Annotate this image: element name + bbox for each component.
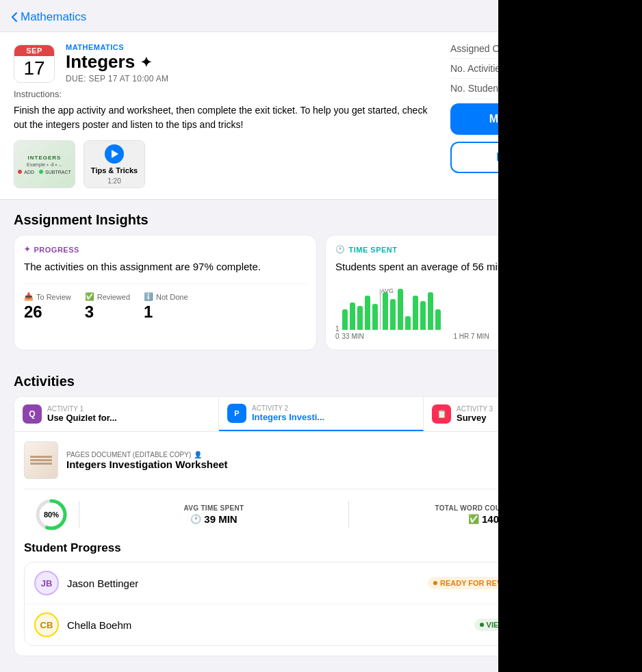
doc-thumb [24,441,58,479]
student-progress-title: Student Progress [24,541,121,555]
not-done-value: 1 [144,302,188,322]
avg-line: AVG [380,289,381,330]
avatar-jb: JB [34,571,59,595]
activity-1-name: Use Quizlet for... [47,413,117,423]
bar-12 [428,292,433,330]
cal-day: 17 [14,56,54,82]
progress-text: The activities on this assignment are 97… [24,259,307,274]
activity-3-info: ACTIVITY 3 Survey [457,405,493,423]
right-black-overlay [498,0,642,672]
poster-attachment[interactable]: INTEGERS Example • -8 • ... ADD SUBTRACT [14,140,75,188]
instructions-label: Instructions: [14,89,437,99]
bar-3 [357,306,363,330]
student-name-jason: Jason Bettinger [67,578,420,589]
avg-label: AVG [381,287,394,294]
video-attachment[interactable]: Tips & Tricks 1:20 [84,140,145,188]
activity-2-info: ACTIVITY 2 Integers Investi... [252,404,324,422]
activity-2-icon: P [227,404,246,423]
reviewed-stat: ✅ Reviewed 3 [85,292,130,322]
video-label: Tips & Tricks [91,166,138,175]
clock-small-icon: 🕐 [190,514,201,524]
avg-time-value: 🕐 39 MIN [190,513,237,525]
avg-time-label: AVG TIME SPENT [184,504,244,512]
progress-circle-icon: ✦ [24,245,31,254]
cal-title-row: SEP 17 MATHEMATICS Integers ✦ DUE: SEP 1… [14,43,437,83]
poster-title: INTEGERS [28,155,62,161]
x-label-2: 1 HR 7 MIN [453,333,489,340]
play-button[interactable] [105,144,124,164]
avatar-cb: CB [34,612,59,637]
badge-dot-orange [433,581,437,585]
bar-6 [383,292,388,330]
bar-10 [413,296,418,330]
bar-5 [372,304,378,330]
reviewed-value: 3 [85,302,130,322]
title-block: MATHEMATICS Integers ✦ DUE: SEP 17 AT 10… [66,43,168,83]
bar-7 [390,299,396,330]
header-left: SEP 17 MATHEMATICS Integers ✦ DUE: SEP 1… [14,43,437,188]
activity-1-icon: Q [23,404,42,424]
back-button[interactable]: Mathematics [11,10,86,24]
info-circle-icon: ℹ️ [144,292,153,301]
poster-sub: Example • -8 • ... [27,162,62,167]
bar-1 [342,309,348,330]
poster-dots: ADD SUBTRACT [18,170,71,175]
cal-month: SEP [14,45,54,56]
play-triangle-icon [112,150,118,158]
to-review-value: 26 [24,302,71,322]
clock-icon: 🕐 [335,245,346,254]
x-label-1: 33 MIN [342,333,364,340]
sparkle-icon: ✦ [140,54,152,70]
badge-dot-green [480,623,484,627]
assignment-title: Integers ✦ [66,51,168,73]
student-name-chella: Chella Boehm [67,619,466,631]
progress-donut: 80% [34,497,68,532]
donut-block: 80% [24,497,79,532]
word-count-value: ✅ 140 [468,513,499,525]
bar-11 [420,301,426,330]
activity-tab-1[interactable]: Q ACTIVITY 1 Use Quizlet for... [14,397,219,431]
video-duration: 1:20 [107,177,120,185]
due-date: DUE: SEP 17 AT 10:00 AM [66,74,168,83]
check-circle-icon: ✅ [85,292,94,301]
nav-left: Mathematics [11,10,86,24]
activity-tab-2[interactable]: P ACTIVITY 2 Integers Investi... [219,397,424,431]
avg-time-block: AVG TIME SPENT 🕐 39 MIN [79,504,348,525]
progress-tag: ✦ PROGRESS [24,245,307,254]
to-review-stat: 📥 To Review 26 [24,292,71,322]
check-circle-small-icon: ✅ [468,514,479,524]
stats-row: 📥 To Review 26 ✅ Reviewed 3 ℹ️ Not Done [24,283,307,322]
activity-1-label: ACTIVITY 1 [47,405,117,413]
bar-4 [365,296,370,330]
inbox-icon: 📥 [24,292,34,301]
progress-card: ✦ PROGRESS The activities on this assign… [14,235,317,350]
activity-2-label: ACTIVITY 2 [252,404,324,412]
instructions-text: Finish the app activity and worksheet, t… [14,103,437,132]
donut-label: 80% [44,511,59,519]
attachments: INTEGERS Example • -8 • ... ADD SUBTRACT [14,140,437,188]
activity-3-icon: 📋 [432,404,451,424]
subject-label: MATHEMATICS [66,43,168,51]
activity-1-info: ACTIVITY 1 Use Quizlet for... [47,405,117,423]
bar-13 [435,309,441,330]
activity-3-label: ACTIVITY 3 [457,405,493,413]
activity-2-name: Integers Investi... [252,412,324,422]
person-icon: 👤 [194,451,202,458]
doc-name: Integers Investigation Worksheet [66,458,502,470]
bar-2 [350,302,355,330]
back-label: Mathematics [21,10,86,24]
doc-type: PAGES DOCUMENT (EDITABLE COPY) 👤 [66,451,502,458]
bar-8 [398,289,403,330]
bar-9 [405,316,411,330]
not-done-stat: ℹ️ Not Done 1 [144,292,188,322]
activity-3-name: Survey [457,413,493,423]
doc-info: PAGES DOCUMENT (EDITABLE COPY) 👤 Integer… [66,451,502,470]
chart-y-labels: 1 0 [335,325,339,340]
calendar-badge: SEP 17 [14,44,55,83]
